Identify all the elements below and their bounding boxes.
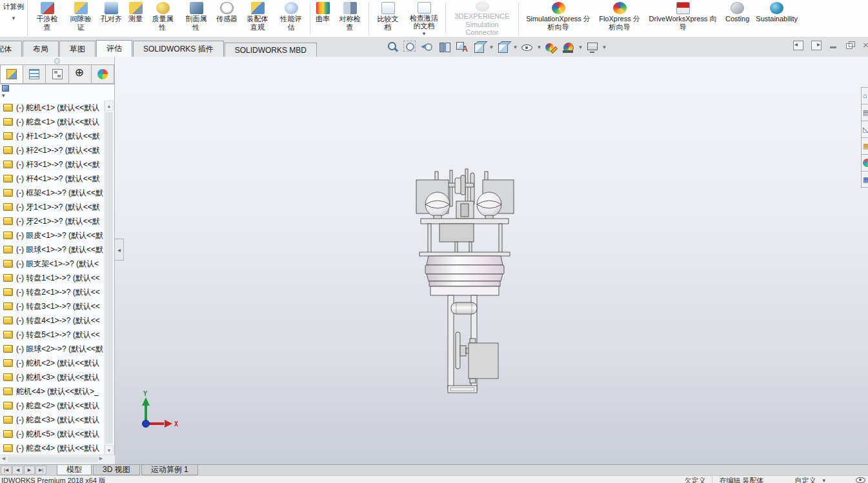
task-pane-view-palette-button[interactable] xyxy=(861,137,868,154)
tree-item[interactable]: 舵机<4> (默认<<默认>_ xyxy=(0,384,105,399)
ribbon-tool-hole-alignment[interactable]: 孔对齐 xyxy=(97,0,125,37)
task-pane-design-library-button[interactable] xyxy=(861,104,868,121)
tab-nav-previous-button[interactable] xyxy=(12,466,23,475)
command-tab-2[interactable]: 草图 xyxy=(59,41,96,57)
ribbon-tool-sustainability[interactable]: Sustainability xyxy=(752,0,801,37)
ribbon-tool-sensors[interactable]: 传感器 xyxy=(213,0,241,37)
tree-item[interactable]: (-) 杆2<1>->? (默认<<默 xyxy=(0,143,105,157)
restore-button[interactable] xyxy=(846,41,855,50)
zoom-fit-button[interactable] xyxy=(384,39,401,55)
dropdown-caret-icon[interactable] xyxy=(601,44,607,50)
section-view-button[interactable] xyxy=(436,39,453,55)
view-settings-button[interactable] xyxy=(584,39,601,55)
tree-item[interactable]: (-) 牙2<1>->? (默认<<默 xyxy=(0,214,105,228)
ribbon-tool-section-properties[interactable]: 剖面属性 xyxy=(179,0,213,37)
chevron-down-icon[interactable] xyxy=(822,476,831,483)
panel-tab-dimxpertmanager[interactable] xyxy=(69,64,92,84)
command-tab-0[interactable]: 配体 xyxy=(0,41,22,57)
ribbon-tool-measure[interactable]: 测量 xyxy=(125,0,146,37)
dropdown-caret-icon[interactable] xyxy=(512,44,518,50)
scroll-thumb[interactable] xyxy=(105,112,113,444)
previous-view-button[interactable] xyxy=(419,39,436,55)
tree-flyout-control[interactable] xyxy=(2,85,9,99)
ribbon-tool-motion-study-calc[interactable]: 计算例 xyxy=(0,0,28,37)
close-button[interactable] xyxy=(863,41,868,50)
tree-item[interactable]: (-) 眼球<2>->? (默认<<默 xyxy=(0,342,105,356)
ribbon-tool-3dexperience-connector[interactable]: 3DEXPERIENCE Simulation Connector xyxy=(448,0,516,37)
command-tab-1[interactable]: 布局 xyxy=(23,41,59,57)
tree-item[interactable]: (-) 转盘4<1>->? (默认<< xyxy=(0,313,105,328)
tree-item[interactable]: (-) 杆4<1>->? (默认<<默 xyxy=(0,172,105,186)
panel-tab-configurationmanager[interactable] xyxy=(46,64,68,84)
ribbon-tool-floxpress[interactable]: FloXpress 分析向导 xyxy=(596,0,643,37)
ribbon-tool-clearance[interactable]: 间隙验证 xyxy=(64,0,97,37)
tree-item[interactable]: (-) 转盘3<1>->? (默认<< xyxy=(0,299,105,313)
view-orientation-button[interactable] xyxy=(471,39,488,55)
tree-item[interactable]: (-) 舵机<1> (默认<<默认 xyxy=(0,101,105,115)
tree-item[interactable]: (-) 舵盘<3> (默认<<默认 xyxy=(0,413,105,427)
ribbon-tool-curvature[interactable]: 曲率 xyxy=(312,0,333,37)
custom-dropdown[interactable]: 自定义 xyxy=(788,476,822,483)
tab-nav-next-button[interactable] xyxy=(24,466,35,475)
tree-item[interactable]: (-) 转盘2<1>->? (默认<< xyxy=(0,285,105,299)
scroll-up-arrow[interactable] xyxy=(105,101,114,111)
document-tab-1[interactable]: 3D 视图 xyxy=(93,465,140,475)
tree-item[interactable]: (-) 转盘5<1>->? (默认<< xyxy=(0,328,105,342)
annotations-button[interactable] xyxy=(454,39,470,55)
minimize-button[interactable] xyxy=(829,41,838,50)
scroll-thumb-horizontal[interactable] xyxy=(8,457,98,462)
ribbon-tool-costing[interactable]: Costing xyxy=(722,0,752,37)
command-tab-4[interactable]: SOLIDWORKS 插件 xyxy=(133,41,224,57)
graphics-area[interactable]: Y X xyxy=(115,57,868,464)
ribbon-tool-driveworksxpress[interactable]: DriveWorksXpress 向导 xyxy=(643,0,722,37)
task-pane-solidworks-resources-button[interactable] xyxy=(861,87,868,104)
pane-left-button[interactable] xyxy=(793,41,803,50)
ribbon-tool-performance-evaluation[interactable]: 性能评估 xyxy=(274,0,308,37)
tree-item[interactable]: (-) 眼球<1>->? (默认<<默 xyxy=(0,242,105,257)
tree-item[interactable]: (-) 舵盘<2> (默认<<默认 xyxy=(0,399,105,413)
ribbon-tool-assembly-visualization[interactable]: 装配体直观 xyxy=(241,0,274,37)
tree-item[interactable]: (-) 眼支架<1>->? (默认< xyxy=(0,257,105,271)
command-tab-5[interactable]: SOLIDWORKS MBD xyxy=(225,43,317,57)
ribbon-tool-check-active-document[interactable]: 检查激活的文档 xyxy=(405,0,443,37)
tree-item[interactable]: (-) 框架<1>->? (默认<<默 xyxy=(0,186,105,200)
task-pane-appearances-scenes-button[interactable] xyxy=(861,154,868,171)
task-pane-file-explorer-button[interactable] xyxy=(861,121,868,137)
tree-item[interactable]: (-) 转盘1<1>->? (默认<< xyxy=(0,271,105,285)
tree-item[interactable]: (-) 舵机<2> (默认<<默认 xyxy=(0,356,105,370)
apply-scene-button[interactable] xyxy=(560,39,577,55)
edit-appearance-button[interactable] xyxy=(543,39,560,55)
tree-item[interactable]: (-) 舵盘<4> (默认<<默认 xyxy=(0,441,105,455)
tree-horizontal-scrollbar[interactable] xyxy=(0,455,115,464)
dropdown-caret-icon[interactable] xyxy=(536,44,542,50)
ribbon-tool-interference[interactable]: 干涉检查 xyxy=(30,0,64,37)
eye-icon[interactable] xyxy=(855,476,867,483)
tree-item[interactable]: (-) 舵盘<1> (默认<<默认 xyxy=(0,115,105,129)
display-style-button[interactable] xyxy=(495,39,512,55)
panel-splitter-grip[interactable] xyxy=(0,57,114,64)
scroll-down-arrow[interactable] xyxy=(105,445,114,455)
tab-nav-first-button[interactable] xyxy=(1,466,12,475)
dropdown-caret-icon[interactable] xyxy=(489,44,494,50)
scroll-left-arrow[interactable] xyxy=(0,456,7,463)
pane-right-button[interactable] xyxy=(811,41,822,50)
ribbon-tool-simulationxpress[interactable]: SimulationXpress 分析向导 xyxy=(521,0,596,37)
dropdown-caret-icon[interactable] xyxy=(578,44,583,50)
tab-nav-last-button[interactable] xyxy=(35,466,46,475)
tree-item[interactable]: (-) 眼皮<1>->? (默认<<默 xyxy=(0,228,105,242)
tree-item[interactable]: (-) 杆3<1>->? (默认<<默 xyxy=(0,157,105,172)
panel-tab-featuremanager[interactable] xyxy=(0,64,23,84)
ribbon-tool-mass-properties[interactable]: 质量属性 xyxy=(146,0,179,37)
panel-tab-propertymanager[interactable] xyxy=(23,64,46,84)
ribbon-tool-compare-documents[interactable]: 比较文档 xyxy=(371,0,405,37)
document-tab-0[interactable]: 模型 xyxy=(57,465,92,475)
command-tab-3[interactable]: 评估 xyxy=(96,40,132,57)
scroll-right-arrow[interactable] xyxy=(97,456,105,463)
zoom-area-button[interactable] xyxy=(401,39,418,55)
tree-item[interactable]: (-) 舵机<5> (默认<<默认 xyxy=(0,427,105,441)
model-assembly[interactable]: Y X xyxy=(115,57,868,464)
hide-show-items-button[interactable] xyxy=(519,39,536,55)
tree-vertical-scrollbar[interactable] xyxy=(104,101,114,455)
tree-item[interactable]: (-) 牙1<1>->? (默认<<默 xyxy=(0,200,105,214)
document-tab-2[interactable]: 运动算例 1 xyxy=(141,465,198,475)
